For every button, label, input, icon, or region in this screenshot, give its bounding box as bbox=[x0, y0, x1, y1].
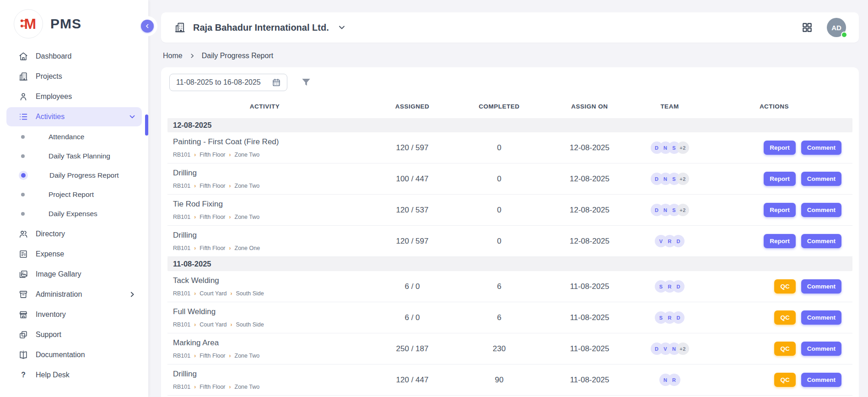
column-header-activity: ACTIVITY bbox=[167, 103, 362, 110]
sidebar-item-label: Projects bbox=[36, 72, 136, 81]
comment-button[interactable]: Comment bbox=[801, 203, 841, 217]
team-cell: DVN+2 bbox=[643, 343, 696, 355]
report-button[interactable]: Report bbox=[764, 203, 796, 217]
table-row: Painting - First Coat (Fire Red)RB101›Fi… bbox=[167, 132, 852, 163]
activity-location-path: RB101›Court Yard›South Side bbox=[173, 321, 362, 328]
report-button[interactable]: Report bbox=[764, 141, 796, 155]
sidebar-subitem-daily-task-planning[interactable]: Daily Task Planning bbox=[6, 147, 142, 166]
main-area: Raja Bahadur International Ltd. AD bbox=[148, 0, 868, 397]
chevron-right-icon bbox=[128, 290, 136, 299]
qc-button[interactable]: QC bbox=[774, 373, 795, 387]
company-selector[interactable]: Raja Bahadur International Ltd. bbox=[174, 22, 346, 33]
assign-on-value: 11-08-2025 bbox=[536, 375, 643, 385]
sidebar-item-documentation[interactable]: Documentation bbox=[6, 345, 142, 364]
activity-name: Tie Rod Fixing bbox=[173, 200, 362, 209]
sidebar-item-dashboard[interactable]: Dashboard bbox=[6, 47, 142, 66]
assigned-value: 6 / 0 bbox=[362, 282, 463, 291]
report-button[interactable]: Report bbox=[764, 234, 796, 248]
actions-cell: ReportComment bbox=[696, 203, 852, 217]
sidebar-item-projects[interactable]: Projects bbox=[6, 67, 142, 86]
actions-cell: ReportComment bbox=[696, 234, 852, 248]
date-range-input[interactable]: 11-08-2025 to 16-08-2025 bbox=[169, 74, 287, 91]
comment-button[interactable]: Comment bbox=[801, 234, 841, 248]
sidebar-subitem-attendance[interactable]: Attendance bbox=[6, 127, 142, 147]
completed-value: 0 bbox=[463, 174, 536, 184]
qc-button[interactable]: QC bbox=[774, 279, 795, 294]
activity-location-path: RB101›Fifth Floor›Zone One bbox=[173, 245, 362, 251]
breadcrumb-home[interactable]: Home bbox=[163, 52, 183, 60]
activity-cell: Painting - First Coat (Fire Red)RB101›Fi… bbox=[167, 137, 362, 158]
team-cell: DNS+2 bbox=[643, 141, 696, 154]
comment-button[interactable]: Comment bbox=[801, 172, 841, 186]
path-segment: RB101 bbox=[173, 245, 190, 251]
path-segment: Zone Two bbox=[235, 384, 260, 390]
chevron-right-icon: › bbox=[194, 322, 196, 327]
path-segment: Zone Two bbox=[235, 152, 260, 158]
sidebar-collapse-halo bbox=[137, 16, 157, 36]
comment-button[interactable]: Comment bbox=[801, 279, 841, 294]
activity-name: Marking Area bbox=[173, 338, 362, 348]
sidebar-item-employees[interactable]: Employees bbox=[6, 87, 142, 106]
assigned-value: 100 / 447 bbox=[362, 174, 463, 184]
qc-button[interactable]: QC bbox=[774, 342, 795, 356]
avatar[interactable]: AD bbox=[827, 18, 846, 37]
qc-button[interactable]: QC bbox=[774, 310, 795, 325]
table-row: Marking AreaRB101›Fifth Floor›Zone Two25… bbox=[167, 333, 852, 364]
completed-value: 6 bbox=[463, 313, 536, 322]
chevron-right-icon: › bbox=[194, 152, 196, 158]
sidebar-item-support[interactable]: Support bbox=[6, 325, 142, 344]
chevron-right-icon: › bbox=[194, 183, 196, 189]
bullet-icon bbox=[21, 173, 26, 178]
question-icon: ? bbox=[18, 370, 28, 380]
team-overflow-badge: +2 bbox=[677, 343, 689, 355]
filter-funnel-icon[interactable] bbox=[300, 76, 312, 88]
bullet-icon bbox=[21, 154, 25, 158]
date-range-value: 11-08-2025 to 16-08-2025 bbox=[176, 78, 261, 87]
activity-name: Painting - First Coat (Fire Red) bbox=[173, 137, 362, 147]
sidebar-item-administration[interactable]: Administration bbox=[6, 285, 142, 304]
sidebar-item-activities[interactable]: Activities bbox=[6, 107, 142, 126]
comment-button[interactable]: Comment bbox=[801, 373, 841, 387]
sidebar-item-inventory[interactable]: Inventory bbox=[6, 305, 142, 324]
path-segment: South Side bbox=[236, 321, 264, 328]
chevron-right-icon: › bbox=[229, 214, 231, 220]
sidebar-item-expense[interactable]: Expense bbox=[6, 245, 142, 264]
table-row: Tie Rod FixingRB101›Fifth Floor›Zone Two… bbox=[167, 195, 852, 226]
sidebar-item-directory[interactable]: Directory bbox=[6, 224, 142, 244]
apps-grid-icon[interactable] bbox=[801, 22, 813, 33]
assign-on-value: 12-08-2025 bbox=[536, 206, 643, 215]
sidebar-subitem-project-report[interactable]: Project Report bbox=[6, 185, 142, 204]
table-row: Full WeldingRB101›Court Yard›South Side6… bbox=[167, 302, 852, 333]
comment-button[interactable]: Comment bbox=[801, 310, 841, 325]
comment-button[interactable]: Comment bbox=[801, 141, 841, 155]
chevron-right-icon: › bbox=[229, 245, 231, 251]
report-button[interactable]: Report bbox=[764, 172, 796, 186]
activity-name: Drilling bbox=[173, 231, 362, 240]
sidebar-item-help-desk[interactable]: ?Help Desk bbox=[6, 365, 142, 385]
image-icon bbox=[18, 269, 28, 279]
online-status-dot bbox=[841, 32, 847, 38]
path-segment: South Side bbox=[236, 290, 264, 297]
logo: M PMS bbox=[0, 0, 148, 44]
sidebar-subitem-daily-expenses[interactable]: Daily Expenses bbox=[6, 204, 142, 223]
path-segment: Zone One bbox=[235, 245, 260, 251]
sidebar-item-label: Employees bbox=[36, 92, 136, 101]
completed-value: 0 bbox=[463, 237, 536, 246]
sidebar-subitem-daily-progress-report[interactable]: Daily Progress Report bbox=[6, 166, 142, 185]
sidebar-item-image-gallary[interactable]: Image Gallary bbox=[6, 265, 142, 284]
table-row: DrillingRB101›Fifth Floor›Zone Two100 / … bbox=[167, 163, 852, 195]
actions-cell: QCComment bbox=[696, 342, 852, 356]
assigned-value: 120 / 537 bbox=[362, 206, 463, 215]
path-segment: Zone Two bbox=[235, 353, 260, 359]
completed-value: 0 bbox=[463, 206, 536, 215]
breadcrumb-current: Daily Progress Report bbox=[202, 52, 274, 60]
comment-button[interactable]: Comment bbox=[801, 342, 841, 356]
path-segment: Fifth Floor bbox=[199, 353, 225, 359]
team-member-avatar: D bbox=[672, 235, 685, 247]
activity-cell: DrillingRB101›Fifth Floor›Zone Two bbox=[167, 169, 362, 189]
sidebar-collapse-button[interactable] bbox=[141, 20, 154, 33]
copy-icon bbox=[18, 330, 28, 340]
sidebar-item-label: Help Desk bbox=[36, 371, 136, 379]
path-segment: Court Yard bbox=[199, 290, 226, 297]
actions-cell: QCComment bbox=[696, 310, 852, 325]
